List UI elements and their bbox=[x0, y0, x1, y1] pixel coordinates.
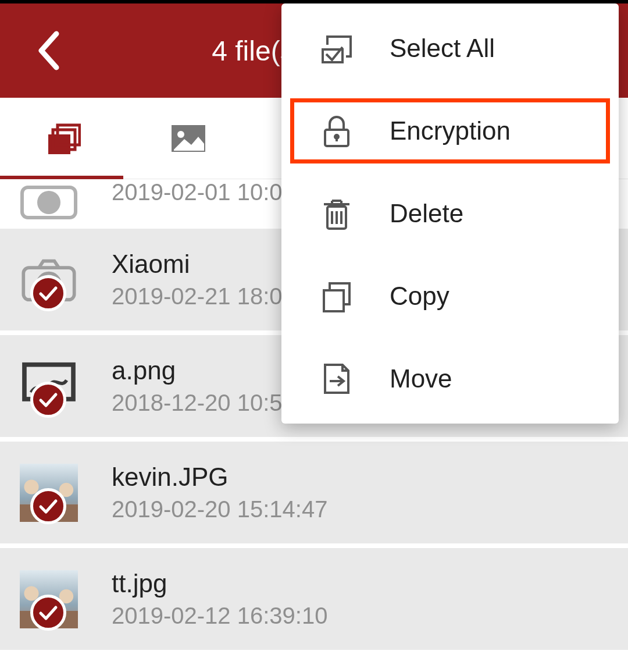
file-name: Xiaomi bbox=[112, 250, 302, 279]
file-thumb bbox=[20, 179, 78, 237]
file-date: 2019-02-21 18:02: bbox=[112, 283, 302, 310]
file-date: 2019-02-01 10:02: bbox=[112, 179, 302, 205]
svg-point-6 bbox=[37, 191, 60, 214]
file-thumb bbox=[20, 464, 78, 522]
file-date: 2019-02-12 16:39:10 bbox=[112, 603, 327, 629]
selected-check-icon bbox=[30, 595, 66, 631]
file-thumb bbox=[20, 251, 78, 309]
selected-check-icon bbox=[30, 275, 66, 311]
tab-images[interactable] bbox=[126, 98, 251, 179]
select-all-icon bbox=[316, 31, 357, 66]
move-icon bbox=[316, 361, 357, 396]
file-date: 2019-02-20 15:14:47 bbox=[112, 496, 327, 522]
svg-point-4 bbox=[177, 131, 184, 138]
stack-icon bbox=[45, 120, 81, 157]
menu-select-all[interactable]: Select All bbox=[281, 7, 619, 90]
selected-check-icon bbox=[30, 488, 66, 524]
svg-rect-23 bbox=[324, 290, 344, 311]
image-icon bbox=[170, 120, 206, 157]
context-menu: Select All Encryption De bbox=[281, 3, 619, 424]
file-thumb bbox=[20, 570, 78, 628]
file-name: kevin.JPG bbox=[112, 463, 327, 492]
camera-icon bbox=[20, 179, 78, 220]
file-thumb bbox=[20, 357, 78, 415]
copy-icon bbox=[316, 279, 357, 314]
list-item[interactable]: kevin.JPG 2019-02-20 15:14:47 bbox=[0, 442, 628, 548]
list-item[interactable]: tt.jpg 2019-02-12 16:39:10 bbox=[0, 548, 628, 655]
file-name: tt.jpg bbox=[112, 569, 327, 598]
menu-label: Delete bbox=[390, 199, 463, 228]
file-date: 2018-12-20 10:50: bbox=[112, 390, 302, 416]
lock-icon bbox=[316, 113, 357, 148]
selected-check-icon bbox=[30, 382, 66, 418]
menu-label: Encryption bbox=[390, 116, 511, 145]
tab-files[interactable] bbox=[0, 98, 126, 179]
file-name: a.png bbox=[112, 356, 302, 385]
menu-copy[interactable]: Copy bbox=[281, 255, 619, 337]
menu-move[interactable]: Move bbox=[281, 337, 619, 420]
menu-encryption[interactable]: Encryption bbox=[281, 90, 619, 172]
trash-icon bbox=[316, 196, 357, 231]
menu-label: Copy bbox=[390, 282, 449, 311]
menu-delete[interactable]: Delete bbox=[281, 172, 619, 255]
menu-label: Select All bbox=[390, 34, 495, 63]
menu-label: Move bbox=[390, 364, 452, 393]
